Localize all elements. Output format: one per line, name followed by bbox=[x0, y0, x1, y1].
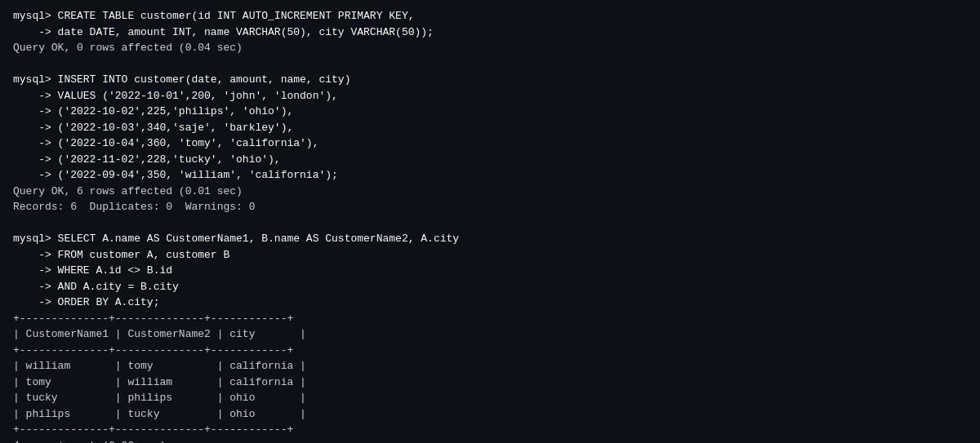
table-row-line: | philips | tucky | ohio | bbox=[13, 406, 967, 423]
result-line: 4 rows in set (0.00 sec) bbox=[13, 438, 967, 444]
continuation-line: -> AND A.city = B.city bbox=[13, 279, 967, 295]
table-border-line: +--------------+--------------+---------… bbox=[13, 343, 967, 359]
continuation-line: -> FROM customer A, customer B bbox=[13, 247, 967, 264]
continuation-line: -> ('2022-11-02',228,'tucky', 'ohio'), bbox=[13, 152, 967, 168]
result-line: Query OK, 0 rows affected (0.04 sec) bbox=[13, 40, 967, 56]
continuation-line: -> date DATE, amount INT, name VARCHAR(5… bbox=[13, 24, 967, 41]
result-line: Query OK, 6 rows affected (0.01 sec) bbox=[13, 184, 967, 200]
continuation-line: -> ('2022-10-04',360, 'tomy', 'californi… bbox=[13, 135, 967, 152]
continuation-line: -> ('2022-10-03',340,'saje', 'barkley'), bbox=[13, 120, 967, 136]
terminal: mysql> CREATE TABLE customer(id INT AUTO… bbox=[13, 8, 967, 435]
continuation-line: -> WHERE A.id <> B.id bbox=[13, 263, 967, 279]
result-line: Records: 6 Duplicates: 0 Warnings: 0 bbox=[13, 199, 967, 215]
prompt-line: mysql> INSERT INTO customer(date, amount… bbox=[13, 72, 967, 88]
terminal-output: mysql> CREATE TABLE customer(id INT AUTO… bbox=[13, 8, 967, 443]
continuation-line: -> ORDER BY A.city; bbox=[13, 295, 967, 311]
prompt-line: mysql> SELECT A.name AS CustomerName1, B… bbox=[13, 231, 967, 247]
continuation-line: -> ('2022-10-02',225,'philips', 'ohio'), bbox=[13, 104, 967, 120]
table-border-line: +--------------+--------------+---------… bbox=[13, 422, 967, 438]
continuation-line: -> ('2022-09-04',350, 'william', 'califo… bbox=[13, 167, 967, 184]
table-row-line: | william | tomy | california | bbox=[13, 358, 967, 374]
table-header-line: | CustomerName1 | CustomerName2 | city | bbox=[13, 326, 967, 343]
prompt-line: mysql> CREATE TABLE customer(id INT AUTO… bbox=[13, 8, 967, 24]
table-row-line: | tucky | philips | ohio | bbox=[13, 390, 967, 406]
table-border-line: +--------------+--------------+---------… bbox=[13, 311, 967, 327]
blank-line bbox=[13, 56, 967, 73]
continuation-line: -> VALUES ('2022-10-01',200, 'john', 'lo… bbox=[13, 88, 967, 104]
table-row-line: | tomy | william | california | bbox=[13, 374, 967, 391]
blank-line bbox=[13, 215, 967, 232]
